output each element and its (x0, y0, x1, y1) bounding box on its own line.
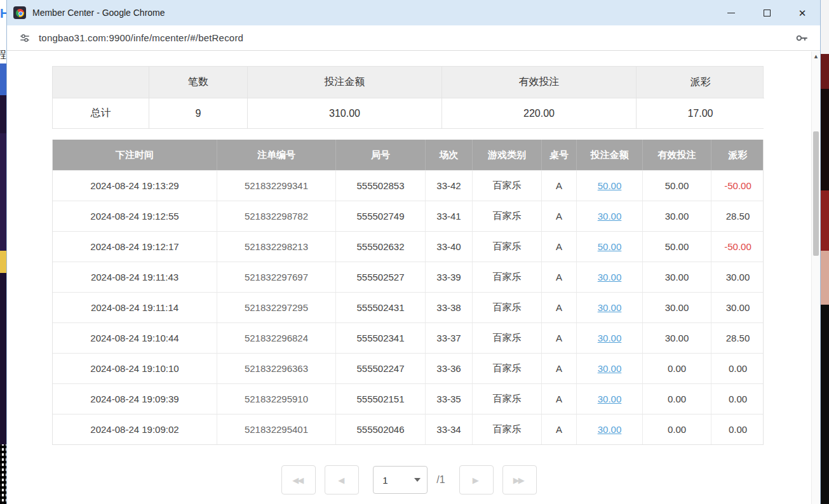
table-cell: 521832298782 (217, 201, 336, 231)
window-titlebar[interactable]: Member Center - Google Chrome ✕ (7, 0, 820, 25)
table-cell: 0.00 (643, 414, 711, 444)
table-cell: 555502247 (336, 354, 426, 383)
password-key-icon[interactable] (795, 31, 809, 48)
window-title: Member Center - Google Chrome (32, 8, 165, 18)
bet-record-table: 下注时间注单编号局号场次游戏类别桌号投注金额有效投注派彩 2024-08-24 … (52, 140, 764, 445)
background-fragment (0, 95, 6, 133)
first-page-button[interactable]: ◀◀ (281, 465, 316, 494)
table-cell: 30.00 (643, 323, 711, 353)
table-row: 2024-08-24 19:10:44521832296824555502341… (53, 322, 763, 353)
page-content: 笔数投注金额有效投注派彩 总计9310.00220.0017.00 下注时间注单… (7, 51, 811, 504)
table-cell: 521832299341 (217, 171, 336, 201)
table-cell: 555502151 (336, 384, 426, 414)
minimize-icon (727, 13, 735, 13)
table-cell: 521832296824 (217, 323, 336, 353)
bet-table-header-cell: 场次 (426, 140, 473, 170)
table-cell: 2024-08-24 19:13:29 (53, 171, 217, 201)
chrome-logo-icon (13, 6, 26, 19)
table-cell: 50.00 (643, 171, 711, 201)
table-cell: 521832295401 (217, 414, 336, 444)
table-cell: 33-42 (426, 171, 473, 201)
table-cell: 33-40 (426, 232, 473, 262)
table-cell: 2024-08-24 19:10:44 (53, 323, 217, 353)
summary-header-cell (53, 67, 149, 98)
bet-amount-link[interactable]: 30.00 (598, 211, 622, 222)
table-cell: 30.00 (577, 293, 643, 322)
table-cell: 2024-08-24 19:12:17 (53, 232, 217, 262)
bet-amount-link[interactable]: 30.00 (598, 333, 622, 343)
table-cell: -50.00 (711, 171, 764, 201)
address-bar: tongbao31.com:9900/infe/mcenter/#/betRec… (7, 25, 820, 51)
bet-table-header-cell: 有效投注 (643, 140, 711, 170)
table-row: 2024-08-24 19:11:43521832297697555502527… (53, 262, 763, 292)
table-cell: 百家乐 (473, 232, 542, 262)
summary-header-cell: 投注金额 (248, 67, 442, 98)
minimize-button[interactable] (713, 0, 749, 25)
bet-amount-link[interactable]: 30.00 (598, 363, 622, 374)
summary-total-cell: 9 (149, 98, 248, 128)
table-cell: 百家乐 (473, 201, 542, 231)
table-cell: 30.00 (643, 262, 711, 292)
table-cell: 555502749 (336, 201, 426, 231)
background-fragment (821, 251, 829, 305)
background-fragment (821, 54, 829, 89)
close-button[interactable]: ✕ (785, 0, 820, 25)
next-page-button[interactable]: ▶ (459, 465, 494, 494)
bet-table-body: 2024-08-24 19:13:29521832299341555502853… (53, 170, 763, 444)
table-cell: 28.50 (711, 323, 764, 353)
maximize-icon (764, 10, 771, 17)
table-cell: A (542, 232, 577, 262)
screen: H 程 Member Center - Google Chrome ✕ (0, 0, 829, 504)
bet-table-header-cell: 局号 (336, 140, 426, 170)
bet-amount-link[interactable]: 30.00 (598, 302, 622, 313)
table-cell: 33-38 (426, 293, 473, 322)
table-cell: 2024-08-24 19:09:39 (53, 384, 217, 414)
bet-table-header-row: 下注时间注单编号局号场次游戏类别桌号投注金额有效投注派彩 (53, 140, 763, 170)
table-row: 2024-08-24 19:10:10521832296363555502247… (53, 353, 763, 383)
table-cell: 555502632 (336, 232, 426, 262)
table-cell: A (542, 201, 577, 231)
table-cell: 百家乐 (473, 293, 542, 322)
bet-amount-link[interactable]: 50.00 (598, 241, 622, 252)
bet-table-header-cell: 注单编号 (217, 140, 336, 170)
table-cell: 百家乐 (473, 354, 542, 383)
bet-amount-link[interactable]: 50.00 (598, 180, 622, 191)
last-page-button[interactable]: ▶▶ (502, 465, 537, 494)
table-cell: -50.00 (711, 232, 764, 262)
table-row: 2024-08-24 19:09:39521832295910555502151… (53, 383, 763, 414)
table-cell: 2024-08-24 19:10:10 (53, 354, 217, 383)
table-cell: 30.00 (643, 201, 711, 231)
background-fragment (0, 63, 6, 95)
scrollbar-thumb[interactable] (813, 131, 819, 256)
bet-amount-link[interactable]: 30.00 (598, 394, 622, 404)
prev-page-button[interactable]: ◀ (325, 465, 359, 494)
table-cell: 0.00 (643, 384, 711, 414)
table-cell: 555502341 (336, 323, 426, 353)
background-fragment (0, 444, 6, 504)
table-cell: 0.00 (711, 354, 764, 383)
table-cell: 555502853 (336, 171, 426, 201)
scrollbar[interactable]: ▲ (811, 51, 820, 504)
site-settings-icon[interactable] (16, 29, 34, 47)
table-cell: A (542, 354, 577, 383)
table-cell: 0.00 (711, 414, 764, 444)
bet-table-header-cell: 投注金额 (577, 140, 643, 170)
table-cell: 百家乐 (473, 384, 542, 414)
scroll-up-arrow[interactable]: ▲ (812, 51, 820, 61)
table-cell: 521832295910 (217, 384, 336, 414)
url-text[interactable]: tongbao31.com:9900/infe/mcenter/#/betRec… (39, 32, 243, 43)
page-select-value: 1 (382, 475, 388, 486)
maximize-button[interactable] (749, 0, 785, 25)
background-fragment (821, 0, 829, 54)
page-total-label: /1 (436, 474, 445, 486)
bet-amount-link[interactable]: 30.00 (598, 424, 622, 435)
bet-amount-link[interactable]: 30.00 (598, 272, 622, 282)
pagination: ◀◀ ◀ 1 /1 ▶ ▶▶ (7, 465, 811, 494)
table-cell: 30.00 (577, 323, 643, 353)
summary-total-row: 总计9310.00220.0017.00 (53, 98, 763, 128)
table-cell: 521832296363 (217, 354, 336, 383)
page-select[interactable]: 1 (373, 466, 428, 494)
table-cell: 2024-08-24 19:11:43 (53, 262, 217, 292)
summary-total-cell: 310.00 (248, 98, 442, 128)
table-cell: A (542, 171, 577, 201)
